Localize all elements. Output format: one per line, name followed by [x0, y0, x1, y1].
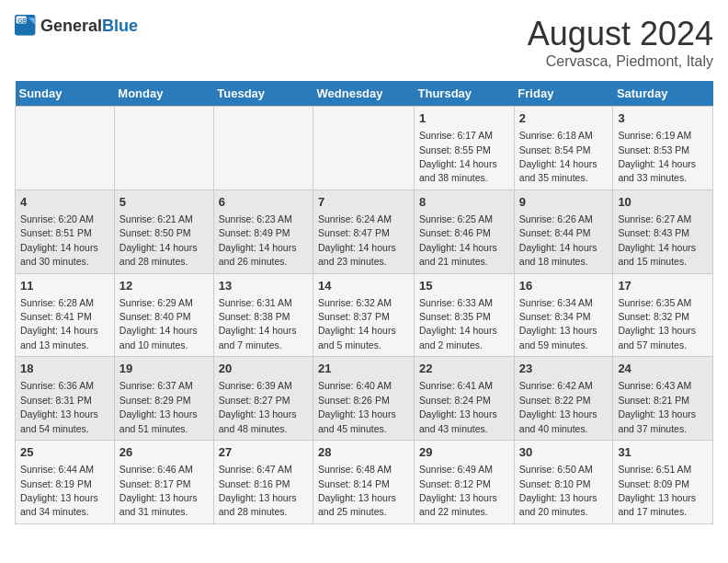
day-number: 23 [519, 361, 609, 377]
calendar-cell: 6Sunrise: 6:23 AM Sunset: 8:49 PM Daylig… [213, 190, 313, 273]
day-number: 27 [219, 444, 308, 461]
day-info: Sunrise: 6:32 AM Sunset: 8:37 PM Dayligh… [318, 297, 396, 350]
calendar-cell: 28Sunrise: 6:48 AM Sunset: 8:14 PM Dayli… [313, 441, 415, 524]
day-info: Sunrise: 6:50 AM Sunset: 8:10 PM Dayligh… [519, 464, 597, 517]
calendar-cell: 19Sunrise: 6:37 AM Sunset: 8:29 PM Dayli… [114, 357, 213, 441]
header-thursday: Thursday [415, 81, 515, 107]
day-info: Sunrise: 6:27 AM Sunset: 8:43 PM Dayligh… [618, 213, 696, 267]
calendar-cell [313, 107, 415, 190]
calendar-cell: 4Sunrise: 6:20 AM Sunset: 8:51 PM Daylig… [16, 190, 115, 273]
day-number: 29 [419, 444, 509, 461]
day-number: 21 [318, 361, 409, 377]
day-number: 24 [618, 361, 708, 377]
calendar-cell: 9Sunrise: 6:26 AM Sunset: 8:44 PM Daylig… [514, 190, 613, 273]
header: GB GeneralBlue August 2024 Cervasca, Pie… [15, 15, 713, 70]
calendar-cell: 12Sunrise: 6:29 AM Sunset: 8:40 PM Dayli… [114, 273, 213, 357]
header-saturday: Saturday [613, 81, 713, 107]
calendar-cell: 2Sunrise: 6:18 AM Sunset: 8:54 PM Daylig… [514, 107, 613, 190]
calendar-cell: 31Sunrise: 6:51 AM Sunset: 8:09 PM Dayli… [613, 441, 713, 524]
day-info: Sunrise: 6:35 AM Sunset: 8:32 PM Dayligh… [618, 297, 696, 350]
day-number: 30 [519, 444, 609, 461]
calendar-week-3: 11Sunrise: 6:28 AM Sunset: 8:41 PM Dayli… [16, 273, 713, 357]
header-row: Sunday Monday Tuesday Wednesday Thursday… [16, 81, 713, 107]
svg-text:GB: GB [17, 17, 27, 24]
day-number: 19 [119, 361, 209, 377]
calendar-cell: 14Sunrise: 6:32 AM Sunset: 8:37 PM Dayli… [313, 273, 415, 357]
day-info: Sunrise: 6:26 AM Sunset: 8:44 PM Dayligh… [519, 213, 597, 267]
calendar-cell: 16Sunrise: 6:34 AM Sunset: 8:34 PM Dayli… [514, 273, 613, 357]
day-info: Sunrise: 6:46 AM Sunset: 8:17 PM Dayligh… [119, 464, 198, 517]
day-info: Sunrise: 6:21 AM Sunset: 8:50 PM Dayligh… [119, 213, 198, 267]
calendar-cell: 8Sunrise: 6:25 AM Sunset: 8:46 PM Daylig… [415, 190, 515, 273]
day-number: 2 [519, 110, 609, 127]
calendar-cell: 29Sunrise: 6:49 AM Sunset: 8:12 PM Dayli… [415, 441, 515, 524]
calendar-cell: 7Sunrise: 6:24 AM Sunset: 8:47 PM Daylig… [313, 190, 415, 273]
day-number: 10 [618, 194, 708, 211]
day-info: Sunrise: 6:29 AM Sunset: 8:40 PM Dayligh… [119, 297, 198, 350]
day-number: 9 [519, 194, 609, 211]
calendar-cell: 21Sunrise: 6:40 AM Sunset: 8:26 PM Dayli… [313, 357, 415, 441]
day-info: Sunrise: 6:25 AM Sunset: 8:46 PM Dayligh… [419, 213, 497, 267]
calendar-cell: 27Sunrise: 6:47 AM Sunset: 8:16 PM Dayli… [213, 441, 313, 524]
calendar-cell: 1Sunrise: 6:17 AM Sunset: 8:55 PM Daylig… [415, 107, 515, 190]
day-info: Sunrise: 6:28 AM Sunset: 8:41 PM Dayligh… [20, 297, 98, 350]
day-number: 14 [318, 278, 409, 294]
calendar-cell: 26Sunrise: 6:46 AM Sunset: 8:17 PM Dayli… [114, 441, 213, 524]
calendar-cell: 23Sunrise: 6:42 AM Sunset: 8:22 PM Dayli… [514, 357, 613, 441]
day-info: Sunrise: 6:48 AM Sunset: 8:14 PM Dayligh… [318, 464, 396, 517]
day-number: 20 [219, 361, 308, 377]
day-info: Sunrise: 6:17 AM Sunset: 8:55 PM Dayligh… [419, 130, 497, 183]
header-tuesday: Tuesday [213, 81, 313, 107]
calendar-cell [114, 107, 213, 190]
logo-blue: Blue [102, 17, 138, 35]
header-wednesday: Wednesday [313, 81, 415, 107]
calendar-cell [16, 107, 115, 190]
day-number: 17 [618, 278, 708, 294]
day-number: 22 [419, 361, 509, 377]
day-info: Sunrise: 6:19 AM Sunset: 8:53 PM Dayligh… [618, 130, 696, 183]
header-monday: Monday [114, 81, 213, 107]
logo-icon: GB [15, 15, 37, 37]
day-info: Sunrise: 6:47 AM Sunset: 8:16 PM Dayligh… [219, 464, 297, 517]
calendar-cell: 18Sunrise: 6:36 AM Sunset: 8:31 PM Dayli… [16, 357, 115, 441]
calendar-table: Sunday Monday Tuesday Wednesday Thursday… [15, 81, 713, 524]
day-info: Sunrise: 6:43 AM Sunset: 8:21 PM Dayligh… [618, 380, 696, 433]
day-info: Sunrise: 6:33 AM Sunset: 8:35 PM Dayligh… [419, 297, 497, 350]
day-number: 11 [20, 278, 109, 294]
calendar-cell: 25Sunrise: 6:44 AM Sunset: 8:19 PM Dayli… [16, 441, 115, 524]
day-number: 6 [219, 194, 308, 211]
day-info: Sunrise: 6:20 AM Sunset: 8:51 PM Dayligh… [20, 213, 98, 267]
title-area: August 2024 Cervasca, Piedmont, Italy [528, 15, 713, 70]
calendar-cell: 20Sunrise: 6:39 AM Sunset: 8:27 PM Dayli… [213, 357, 313, 441]
header-friday: Friday [514, 81, 613, 107]
day-number: 4 [20, 194, 109, 211]
logo: GB GeneralBlue [15, 15, 138, 37]
calendar-cell: 10Sunrise: 6:27 AM Sunset: 8:43 PM Dayli… [613, 190, 713, 273]
day-info: Sunrise: 6:44 AM Sunset: 8:19 PM Dayligh… [20, 464, 98, 517]
day-info: Sunrise: 6:39 AM Sunset: 8:27 PM Dayligh… [219, 380, 297, 433]
day-info: Sunrise: 6:34 AM Sunset: 8:34 PM Dayligh… [519, 297, 597, 350]
day-number: 8 [419, 194, 509, 211]
calendar-week-5: 25Sunrise: 6:44 AM Sunset: 8:19 PM Dayli… [16, 441, 713, 524]
header-sunday: Sunday [16, 81, 115, 107]
day-number: 16 [519, 278, 609, 294]
calendar-cell: 15Sunrise: 6:33 AM Sunset: 8:35 PM Dayli… [415, 273, 515, 357]
day-number: 31 [618, 444, 708, 461]
day-number: 28 [318, 444, 409, 461]
day-info: Sunrise: 6:40 AM Sunset: 8:26 PM Dayligh… [318, 380, 396, 433]
day-info: Sunrise: 6:49 AM Sunset: 8:12 PM Dayligh… [419, 464, 497, 517]
calendar-header: Sunday Monday Tuesday Wednesday Thursday… [16, 81, 713, 107]
day-number: 5 [119, 194, 209, 211]
logo-general: General [40, 17, 102, 35]
day-info: Sunrise: 6:23 AM Sunset: 8:49 PM Dayligh… [219, 213, 297, 267]
day-number: 15 [419, 278, 509, 294]
day-number: 25 [20, 444, 109, 461]
day-number: 1 [419, 110, 509, 127]
day-number: 18 [20, 361, 109, 377]
day-number: 13 [219, 278, 308, 294]
day-info: Sunrise: 6:37 AM Sunset: 8:29 PM Dayligh… [119, 380, 198, 433]
calendar-body: 1Sunrise: 6:17 AM Sunset: 8:55 PM Daylig… [16, 107, 713, 524]
day-number: 7 [318, 194, 409, 211]
day-info: Sunrise: 6:36 AM Sunset: 8:31 PM Dayligh… [20, 380, 98, 433]
calendar-cell: 3Sunrise: 6:19 AM Sunset: 8:53 PM Daylig… [613, 107, 713, 190]
